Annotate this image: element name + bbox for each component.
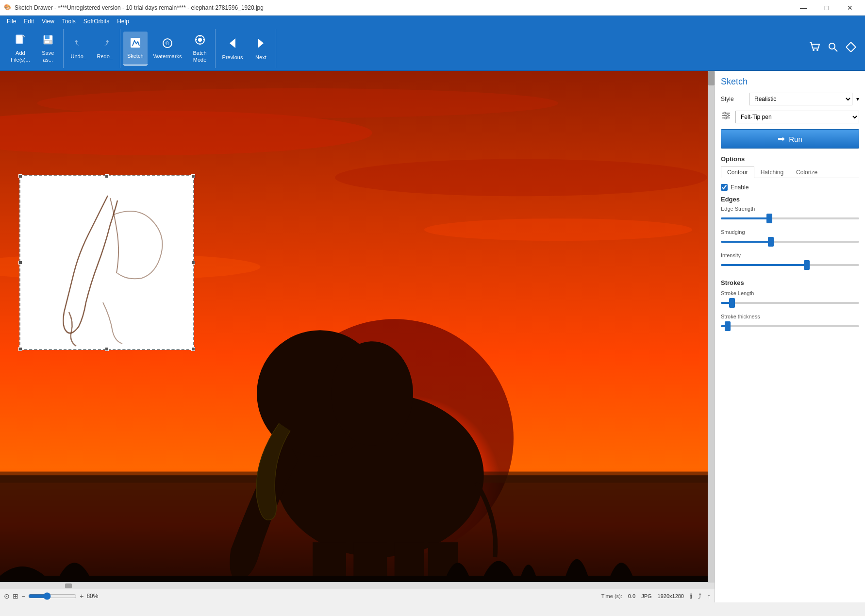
- horizontal-scroll-thumb[interactable]: [65, 583, 72, 588]
- close-button[interactable]: ✕: [839, 0, 861, 16]
- svg-marker-19: [258, 38, 264, 48]
- svg-point-31: [335, 159, 707, 197]
- svg-point-34: [424, 218, 692, 241]
- cart-icon[interactable]: [809, 41, 821, 56]
- panel-title: Sketch: [721, 77, 859, 87]
- presets-select[interactable]: Felt-Tip pen Pencil Ballpoint Marker: [735, 111, 859, 123]
- toolbar-group-nav: Previous Next: [216, 29, 277, 68]
- svg-point-48: [725, 117, 727, 119]
- menu-file[interactable]: File: [3, 16, 20, 27]
- redo-button[interactable]: Redo_: [93, 32, 117, 66]
- add-file-button[interactable]: AddFile(s)...: [7, 32, 34, 66]
- svg-point-32: [37, 88, 558, 118]
- zoom-slider[interactable]: [28, 592, 77, 600]
- tab-contour[interactable]: Contour: [721, 166, 754, 178]
- menu-help[interactable]: Help: [113, 16, 133, 27]
- svg-point-47: [727, 115, 729, 117]
- svg-point-21: [816, 49, 818, 51]
- enable-checkbox[interactable]: [721, 184, 728, 191]
- run-button[interactable]: ➡ Run: [721, 129, 859, 149]
- zoom-out-button[interactable]: −: [21, 592, 25, 600]
- smudging-row: Smudging: [721, 229, 859, 247]
- horizontal-scrollbar[interactable]: [0, 582, 715, 589]
- zoom-full-icon[interactable]: ⊞: [13, 592, 18, 600]
- next-button[interactable]: Next: [249, 32, 273, 66]
- previous-button[interactable]: Previous: [218, 32, 247, 66]
- watermarks-icon: ©: [162, 37, 173, 51]
- stroke-length-row: Stroke Length: [721, 290, 859, 308]
- edge-strength-thumb[interactable]: [766, 214, 772, 223]
- undo-icon: [73, 37, 84, 51]
- search-icon[interactable]: [827, 41, 839, 56]
- options-tabs: Contour Hatching Colorize: [721, 166, 859, 178]
- diamond-icon[interactable]: [845, 41, 857, 56]
- upload-icon[interactable]: ↑: [707, 592, 711, 600]
- time-label: Time (s):: [601, 593, 622, 599]
- intensity-thumb[interactable]: [804, 260, 810, 270]
- enable-label: Enable: [731, 184, 749, 191]
- edge-strength-row: Edge Strength: [721, 206, 859, 223]
- info-icon[interactable]: ℹ: [690, 592, 692, 600]
- zoom-value: 80%: [86, 593, 98, 599]
- sketch-label: Sketch: [127, 53, 144, 59]
- vertical-scrollbar[interactable]: [708, 71, 715, 582]
- save-as-label: Saveas...: [42, 50, 54, 63]
- svg-line-2: [23, 35, 25, 37]
- intensity-row: Intensity: [721, 252, 859, 270]
- sketch-lines: [20, 176, 195, 351]
- sketch-icon: [130, 37, 141, 51]
- undo-button[interactable]: Undo_: [67, 32, 91, 66]
- strokes-title: Strokes: [721, 279, 859, 286]
- canvas-area[interactable]: [0, 71, 715, 582]
- vertical-scroll-thumb[interactable]: [708, 71, 715, 85]
- batch-mode-icon: [194, 34, 206, 48]
- edge-strength-label: Edge Strength: [721, 206, 859, 212]
- zoom-in-button[interactable]: +: [80, 592, 83, 600]
- menu-edit[interactable]: Edit: [20, 16, 38, 27]
- svg-rect-0: [16, 35, 23, 44]
- title-bar: 🎨 Sketch Drawer - ****Unregistered versi…: [0, 0, 865, 16]
- svg-text:©: ©: [166, 41, 169, 46]
- toolbar-right-icons: [809, 41, 857, 56]
- presets-row: Felt-Tip pen Pencil Ballpoint Marker: [721, 110, 859, 123]
- maximize-button[interactable]: □: [815, 0, 838, 16]
- menu-softorbits[interactable]: SoftOrbits: [80, 16, 113, 27]
- presets-icon: [721, 110, 732, 123]
- style-dropdown-icon: ▾: [856, 96, 859, 102]
- share-icon[interactable]: ⤴: [698, 592, 701, 600]
- toolbar-group-history: Undo_ Redo_: [64, 29, 120, 68]
- minimize-button[interactable]: —: [792, 0, 815, 16]
- svg-rect-6: [45, 35, 50, 39]
- save-as-button[interactable]: Saveas...: [36, 32, 60, 66]
- style-select[interactable]: Realistic Cartoon Pencil Ink: [749, 93, 852, 105]
- svg-point-20: [813, 49, 815, 51]
- watermarks-button[interactable]: © Watermarks: [150, 32, 186, 66]
- smudging-label: Smudging: [721, 229, 859, 235]
- status-bar: ⊙ ⊞ − + 80% Time (s): 0.0 JPG 1920x1280 …: [0, 589, 715, 602]
- svg-point-37: [331, 341, 413, 446]
- svg-rect-42: [0, 576, 715, 582]
- sketch-button[interactable]: Sketch: [123, 32, 148, 66]
- style-row: Style Realistic Cartoon Pencil Ink ▾: [721, 93, 859, 105]
- next-icon: [254, 36, 267, 52]
- fit-view-icon[interactable]: ⊙: [4, 592, 10, 600]
- svg-point-22: [829, 43, 835, 49]
- smudging-thumb[interactable]: [768, 237, 774, 247]
- batch-mode-button[interactable]: BatchMode: [188, 32, 212, 66]
- redo-icon: [99, 37, 111, 51]
- stroke-length-thumb[interactable]: [729, 298, 735, 308]
- format-value: JPG: [641, 593, 651, 599]
- tab-hatching[interactable]: Hatching: [754, 166, 790, 178]
- previous-label: Previous: [222, 54, 243, 61]
- menu-view[interactable]: View: [38, 16, 58, 27]
- run-arrow-icon: ➡: [778, 133, 785, 144]
- canvas-container: ⊙ ⊞ − + 80% Time (s): 0.0 JPG 1920x1280 …: [0, 71, 715, 602]
- tab-colorize[interactable]: Colorize: [790, 166, 824, 178]
- stroke-thickness-thumb[interactable]: [725, 321, 731, 331]
- status-left: ⊙ ⊞ − + 80%: [4, 592, 98, 600]
- run-label: Run: [789, 135, 802, 143]
- save-as-icon: [42, 34, 54, 48]
- options-section-title: Options: [721, 155, 859, 163]
- menu-tools[interactable]: Tools: [58, 16, 80, 27]
- add-file-icon: [15, 34, 26, 48]
